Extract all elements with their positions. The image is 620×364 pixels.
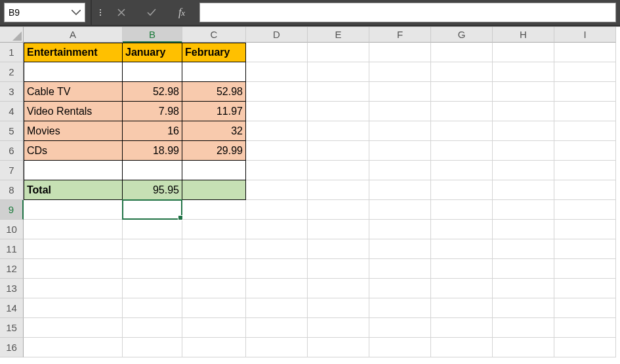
cell-H15[interactable] (493, 318, 554, 338)
cell-I11[interactable] (554, 239, 616, 259)
cell-I3[interactable] (554, 82, 616, 102)
cell-F15[interactable] (369, 318, 431, 338)
cell-C13[interactable] (182, 279, 246, 298)
row-header-1[interactable]: 1 (0, 43, 24, 62)
cell-I13[interactable] (554, 279, 616, 298)
cell-D6[interactable] (246, 141, 308, 161)
cell-G15[interactable] (431, 318, 493, 338)
cell-C8[interactable] (182, 180, 246, 200)
cell-I1[interactable] (554, 43, 616, 62)
row-header-8[interactable]: 8 (0, 180, 24, 200)
cell-D11[interactable] (246, 239, 308, 259)
cell-B6[interactable]: 18.99 (123, 141, 182, 161)
cell-G8[interactable] (431, 180, 493, 200)
cell-E2[interactable] (308, 62, 369, 82)
cell-A12[interactable] (24, 259, 123, 279)
cell-E8[interactable] (308, 180, 369, 200)
cell-I12[interactable] (554, 259, 616, 279)
cell-C6[interactable]: 29.99 (182, 141, 246, 161)
cell-E16[interactable] (308, 338, 369, 357)
cell-I4[interactable] (554, 102, 616, 121)
cell-D9[interactable] (246, 200, 308, 220)
cell-H1[interactable] (493, 43, 554, 62)
cell-G13[interactable] (431, 279, 493, 298)
cell-B1[interactable]: January (123, 43, 182, 62)
cell-E9[interactable] (308, 200, 369, 220)
cell-C4[interactable]: 11.97 (182, 102, 246, 121)
cell-B7[interactable] (123, 161, 182, 180)
cell-F12[interactable] (369, 259, 431, 279)
cell-D1[interactable] (246, 43, 308, 62)
cell-H14[interactable] (493, 298, 554, 318)
cell-I9[interactable] (554, 200, 616, 220)
cell-G12[interactable] (431, 259, 493, 279)
cell-E1[interactable] (308, 43, 369, 62)
cell-H7[interactable] (493, 161, 554, 180)
cell-C16[interactable] (182, 338, 246, 357)
cell-C12[interactable] (182, 259, 246, 279)
cell-B10[interactable] (123, 220, 182, 239)
column-header-F[interactable]: F (369, 27, 431, 43)
cell-B8[interactable]: 95.95 (123, 180, 182, 200)
cell-E3[interactable] (308, 82, 369, 102)
cell-D8[interactable] (246, 180, 308, 200)
cell-B2[interactable] (123, 62, 182, 82)
name-box-dropdown-icon[interactable] (72, 10, 81, 15)
column-header-C[interactable]: C (182, 27, 246, 43)
cell-F1[interactable] (369, 43, 431, 62)
cell-G7[interactable] (431, 161, 493, 180)
cell-D2[interactable] (246, 62, 308, 82)
cell-H6[interactable] (493, 141, 554, 161)
cell-I10[interactable] (554, 220, 616, 239)
column-header-G[interactable]: G (431, 27, 493, 43)
cell-A4[interactable]: Video Rentals (24, 102, 123, 121)
formula-bar[interactable] (199, 3, 616, 22)
cell-G6[interactable] (431, 141, 493, 161)
cell-G2[interactable] (431, 62, 493, 82)
cell-H2[interactable] (493, 62, 554, 82)
cell-A1[interactable]: Entertainment (24, 43, 123, 62)
cell-A11[interactable] (24, 239, 123, 259)
cell-C7[interactable] (182, 161, 246, 180)
cell-A9[interactable] (24, 200, 123, 220)
cell-D13[interactable] (246, 279, 308, 298)
cell-C15[interactable] (182, 318, 246, 338)
cell-B12[interactable] (123, 259, 182, 279)
cell-C9[interactable] (182, 200, 246, 220)
cell-H16[interactable] (493, 338, 554, 357)
cell-F10[interactable] (369, 220, 431, 239)
cell-A14[interactable] (24, 298, 123, 318)
cell-E5[interactable] (308, 121, 369, 141)
column-header-B[interactable]: B (123, 27, 182, 43)
cell-A13[interactable] (24, 279, 123, 298)
cell-E10[interactable] (308, 220, 369, 239)
cell-I8[interactable] (554, 180, 616, 200)
row-header-6[interactable]: 6 (0, 141, 24, 161)
cell-C11[interactable] (182, 239, 246, 259)
cell-A2[interactable] (24, 62, 123, 82)
cell-F16[interactable] (369, 338, 431, 357)
row-header-2[interactable]: 2 (0, 62, 24, 82)
row-header-16[interactable]: 16 (0, 338, 24, 357)
cell-F2[interactable] (369, 62, 431, 82)
cell-D5[interactable] (246, 121, 308, 141)
cell-A15[interactable] (24, 318, 123, 338)
cell-B11[interactable] (123, 239, 182, 259)
cell-D12[interactable] (246, 259, 308, 279)
cell-C1[interactable]: February (182, 43, 246, 62)
row-header-5[interactable]: 5 (0, 121, 24, 141)
cell-H8[interactable] (493, 180, 554, 200)
cell-E14[interactable] (308, 298, 369, 318)
cell-F13[interactable] (369, 279, 431, 298)
row-header-10[interactable]: 10 (0, 220, 24, 239)
cell-G11[interactable] (431, 239, 493, 259)
cell-A8[interactable]: Total (24, 180, 123, 200)
cell-E6[interactable] (308, 141, 369, 161)
cell-G4[interactable] (431, 102, 493, 121)
row-header-14[interactable]: 14 (0, 298, 24, 318)
row-header-3[interactable]: 3 (0, 82, 24, 102)
select-all-corner[interactable] (0, 27, 24, 43)
cell-G1[interactable] (431, 43, 493, 62)
cell-F5[interactable] (369, 121, 431, 141)
cell-A3[interactable]: Cable TV (24, 82, 123, 102)
